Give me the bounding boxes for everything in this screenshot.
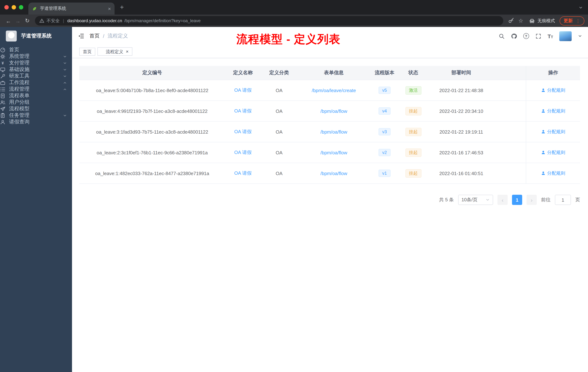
user-avatar[interactable]	[559, 31, 572, 41]
github-icon[interactable]	[511, 33, 517, 39]
font-size-icon[interactable]: TT	[547, 33, 553, 39]
sidebar-item-label: 流程管理	[9, 86, 30, 92]
chevron-down-icon	[485, 198, 490, 202]
definition-name-link[interactable]: OA 请假	[234, 149, 252, 156]
table-row: oa_leave:3:1fad3d93-7b75-11ec-a3c8-acde4…	[79, 121, 580, 142]
page-unit-label: 页	[575, 197, 580, 203]
send-icon	[0, 106, 5, 111]
sidebar-item[interactable]: 流程管理	[0, 86, 72, 92]
assign-rule-link[interactable]: 分配规则	[541, 170, 565, 176]
status-badge: 挂起	[405, 107, 421, 115]
close-tab-icon[interactable]: ×	[108, 6, 111, 11]
goto-page-input[interactable]	[555, 195, 571, 205]
tab-search-chevron-icon[interactable]	[578, 5, 583, 10]
user-icon	[541, 130, 545, 134]
col-definition-category: 定义分类	[261, 66, 297, 80]
sidebar-item[interactable]: 工作流程	[0, 79, 72, 86]
screen: 芋道管理系统 × + ← → ↻ 不安全 | dashboard.yudao.i…	[0, 0, 588, 372]
tag-label: 流程定义	[106, 49, 123, 54]
security-label: 不安全	[47, 18, 60, 24]
close-icon[interactable]: ×	[126, 49, 128, 54]
table-row: oa_leave:2:3c1f0ef1-76b1-11ec-9c66-a2380…	[79, 142, 580, 163]
prev-page-button[interactable]: ‹	[497, 195, 508, 205]
breadcrumb: 首页 / 流程定义	[89, 33, 128, 39]
deploy-time: 2022-01-16 17:46:53	[428, 142, 495, 163]
table-header-row: 定义编号 定义名称 定义分类 表单信息 流程版本 状态 部署时间 操作	[79, 66, 580, 80]
version-badge: v3	[378, 128, 390, 135]
search-icon[interactable]	[498, 33, 504, 39]
form-info-link[interactable]: /bpm/oa/leave/create	[312, 88, 356, 93]
status-badge: 激活	[405, 86, 421, 94]
version-badge: v1	[378, 170, 390, 177]
col-spacer	[495, 66, 526, 80]
sidebar-item[interactable]: 流程表单	[0, 92, 72, 99]
form-info-link[interactable]: /bpm/oa/flow	[320, 150, 347, 155]
gear-icon	[0, 54, 5, 59]
assign-rule-label: 分配规则	[547, 170, 565, 176]
assign-rule-label: 分配规则	[547, 87, 565, 93]
definition-name-link[interactable]: OA 请假	[234, 87, 252, 94]
definition-id: oa_leave:4:991f2193-7b7f-11ec-a3c8-acde4…	[79, 101, 225, 121]
pagination: 共 5 条 10条/页 ‹ 1 › 前往 页	[79, 195, 580, 205]
user-icon	[0, 119, 5, 125]
reload-button[interactable]: ↻	[22, 17, 32, 24]
app-frame: 芋道管理系统 首页 系统管理 支付管理 基础设施 研发工具 工作流程 流程管理 …	[0, 27, 588, 372]
form-info-link[interactable]: /bpm/oa/flow	[320, 129, 347, 134]
tag[interactable]: 流程定义 ×	[97, 47, 132, 56]
sidebar-item[interactable]: 支付管理	[0, 60, 72, 66]
menu-dots-icon[interactable]: ⋮	[576, 18, 580, 23]
sidebar-toggle-icon[interactable]	[78, 33, 84, 39]
sidebar: 芋道管理系统 首页 系统管理 支付管理 基础设施 研发工具 工作流程 流程管理 …	[0, 27, 72, 372]
definition-table: 定义编号 定义名称 定义分类 表单信息 流程版本 状态 部署时间 操作 oa_l…	[79, 66, 580, 184]
chevron-icon	[63, 74, 67, 78]
tag[interactable]: 首页	[79, 47, 95, 55]
form-info-link[interactable]: /bpm/oa/flow	[320, 171, 347, 176]
sidebar-item[interactable]: 系统管理	[0, 53, 72, 60]
definition-name-link[interactable]: OA 请假	[234, 108, 252, 114]
page-size-select[interactable]: 10条/页	[458, 195, 493, 205]
address-bar[interactable]: 不安全 | dashboard.yudao.iocoder.cn/bpm/man…	[35, 16, 503, 25]
sidebar-item[interactable]: 请假查询	[0, 119, 72, 125]
user-icon	[541, 109, 545, 113]
help-icon[interactable]: ?	[523, 33, 529, 39]
browser-tab[interactable]: 芋道管理系统 ×	[28, 2, 115, 15]
breadcrumb-home[interactable]: 首页	[89, 33, 100, 39]
key-icon[interactable]	[508, 18, 514, 24]
new-tab-button[interactable]: +	[120, 4, 124, 11]
assign-rule-link[interactable]: 分配规则	[541, 129, 565, 135]
sidebar-item[interactable]: 首页	[0, 47, 72, 53]
zoom-window-button[interactable]	[19, 5, 23, 10]
forward-button[interactable]: →	[13, 18, 22, 24]
back-button[interactable]: ←	[4, 18, 13, 24]
chevron-icon	[63, 87, 67, 91]
assign-rule-link[interactable]: 分配规则	[541, 149, 565, 156]
update-button[interactable]: 更新 ⋮	[560, 16, 584, 25]
status-badge: 挂起	[405, 169, 421, 177]
sidebar-menu: 首页 系统管理 支付管理 基础设施 研发工具 工作流程 流程管理 流程表单 用户…	[0, 45, 72, 125]
url-host: dashboard.yudao.iocoder.cn	[67, 18, 122, 23]
row-spacer	[495, 80, 526, 101]
form-info-link[interactable]: /bpm/oa/flow	[320, 108, 347, 114]
sidebar-item[interactable]: 用户分组	[0, 99, 72, 106]
sidebar-item[interactable]: 流程模型	[0, 106, 72, 112]
definition-name-link[interactable]: OA 请假	[234, 129, 252, 135]
sidebar-item[interactable]: 研发工具	[0, 73, 72, 79]
close-window-button[interactable]	[4, 5, 9, 10]
divider: |	[63, 18, 64, 23]
assign-rule-link[interactable]: 分配规则	[541, 108, 565, 114]
minimize-window-button[interactable]	[12, 5, 16, 10]
app-logo[interactable]: 芋道管理系统	[0, 27, 72, 45]
bookmark-star-icon[interactable]: ☆	[518, 17, 523, 24]
sidebar-item[interactable]: 基础设施	[0, 66, 72, 73]
assign-rule-link[interactable]: 分配规则	[541, 87, 565, 93]
tab-title: 芋道管理系统	[40, 5, 105, 12]
fullscreen-icon[interactable]	[535, 33, 541, 39]
logo-avatar	[6, 31, 17, 42]
definition-name-link[interactable]: OA 请假	[234, 170, 252, 176]
chevron-down-icon[interactable]	[578, 34, 582, 38]
sidebar-item[interactable]: 任务管理	[0, 112, 72, 119]
page-1-button[interactable]: 1	[512, 195, 522, 205]
tab-strip: 芋道管理系统 × +	[0, 0, 588, 15]
col-actions: 操作	[526, 66, 580, 80]
next-page-button[interactable]: ›	[526, 195, 537, 205]
